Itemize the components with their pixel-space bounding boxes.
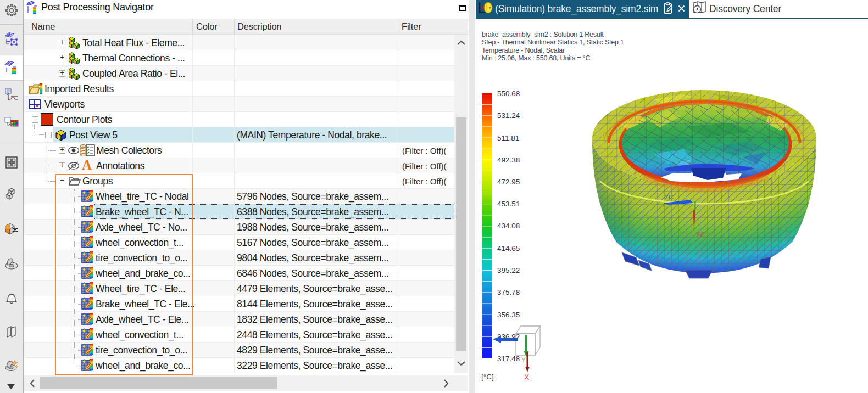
svg-text:X: X	[524, 373, 530, 381]
svg-text:ZC: ZC	[665, 194, 673, 200]
svg-text:XC: XC	[696, 231, 705, 239]
svg-text:Y: Y	[521, 356, 526, 364]
